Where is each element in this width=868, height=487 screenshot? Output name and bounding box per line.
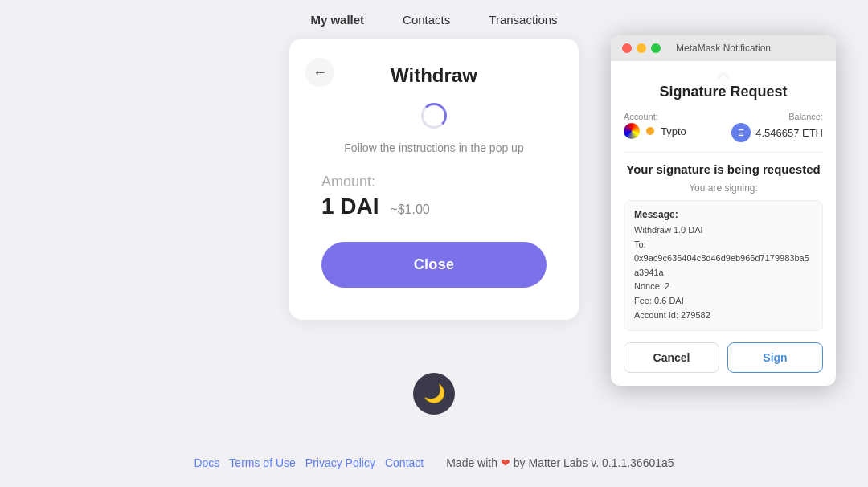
top-nav: My wallet Contacts Transactions — [0, 0, 868, 39]
amount-value: 1 DAI ~$1.00 — [321, 194, 547, 219]
nav-contacts[interactable]: Contacts — [403, 13, 450, 27]
footer-privacy[interactable]: Privacy Policy — [305, 456, 375, 469]
amount-usd: ~$1.00 — [390, 203, 429, 216]
amount-label: Amount: — [321, 174, 547, 190]
footer-docs[interactable]: Docs — [194, 456, 219, 469]
withdraw-card: ← Withdraw Follow the instructions in th… — [289, 39, 579, 320]
mm-dot-red[interactable] — [622, 43, 632, 53]
mm-cancel-button[interactable]: Cancel — [624, 342, 719, 373]
footer-made-text: Made with ❤ by Matter Labs v. 0.1.1.3660… — [446, 456, 674, 469]
mm-balance-value: 4.546657 ETH — [755, 127, 823, 139]
mm-status-dot — [646, 127, 654, 135]
mm-signing-title: Your signature is being requested — [624, 161, 823, 178]
mm-message-box: Message: Withdraw 1.0 DAITo:0x9ac9c63640… — [624, 200, 823, 331]
close-button[interactable]: Close — [321, 242, 547, 288]
mm-avatar — [624, 123, 640, 139]
mm-account-info: Typto — [624, 123, 686, 139]
mm-title: MetaMask Notification — [676, 43, 771, 54]
loading-spinner — [421, 103, 447, 129]
footer-terms[interactable]: Terms of Use — [229, 456, 295, 469]
mm-heading: Signature Request — [624, 84, 823, 100]
back-button[interactable]: ← — [305, 58, 334, 87]
mm-account-row: Account: Typto Balance: Ξ 4.546657 ETH — [624, 112, 823, 142]
mm-dot-green[interactable] — [651, 43, 661, 53]
mm-balance-label: Balance: — [731, 112, 823, 121]
moon-icon: 🌙 — [424, 383, 445, 404]
mm-sign-button[interactable]: Sign — [727, 342, 823, 373]
mm-arrow — [624, 74, 823, 82]
mm-titlebar: MetaMask Notification — [611, 35, 836, 61]
heart-icon: ❤ — [501, 456, 510, 469]
spinner-container — [321, 103, 547, 129]
metamask-popup: MetaMask Notification Signature Request … — [611, 35, 836, 386]
mm-message-content: Withdraw 1.0 DAITo:0x9ac9c636404c8d46d9e… — [634, 223, 813, 322]
eth-icon: Ξ — [731, 123, 751, 142]
nav-my-wallet[interactable]: My wallet — [310, 13, 364, 27]
mm-buttons: Cancel Sign — [624, 342, 823, 373]
footer-contact[interactable]: Contact — [385, 456, 424, 469]
mm-account-label: Account: — [624, 112, 686, 121]
mm-body: Signature Request Account: Typto Balance… — [611, 61, 836, 386]
mm-signing-sub: You are signing: — [624, 182, 823, 194]
instructions-text: Follow the instructions in the pop up — [321, 141, 547, 154]
footer: Docs Terms of Use Privacy Policy Contact… — [0, 439, 868, 487]
mm-divider-1 — [624, 152, 823, 153]
mm-account-name: Typto — [661, 125, 686, 137]
dark-mode-button[interactable]: 🌙 — [413, 373, 455, 415]
nav-transactions[interactable]: Transactions — [489, 13, 557, 27]
card-title: Withdraw — [321, 64, 547, 87]
mm-dot-yellow[interactable] — [637, 43, 646, 53]
mm-message-label: Message: — [634, 209, 813, 220]
